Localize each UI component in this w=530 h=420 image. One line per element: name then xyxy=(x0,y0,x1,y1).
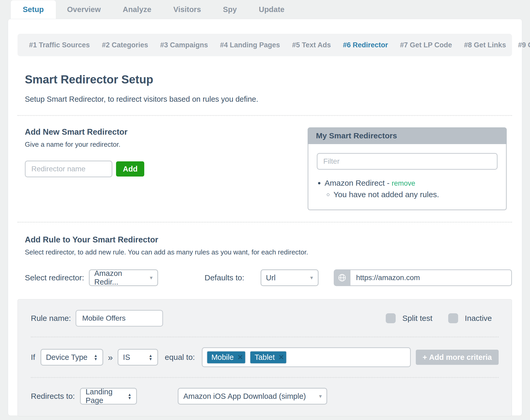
add-new-redirector-section: Add New Smart Redirector Give a name for… xyxy=(25,127,308,210)
criteria-values-input[interactable]: Mobile ✕ Tablet ✕ xyxy=(202,347,411,367)
redirector-select-value: Amazon Redir... xyxy=(94,269,146,286)
split-test-label: Split test xyxy=(402,314,433,323)
rule-name-row: Rule name: Split test Inactive xyxy=(31,310,499,327)
top-section: Add New Smart Redirector Give a name for… xyxy=(25,127,512,210)
step-campaigns[interactable]: #3 Campaigns xyxy=(160,41,208,49)
tab-update[interactable]: Update xyxy=(248,0,295,19)
tab-overview[interactable]: Overview xyxy=(56,0,112,19)
url-addon xyxy=(334,269,350,286)
rule-flags: Split test Inactive xyxy=(386,313,492,323)
double-chevron-icon: » xyxy=(108,352,113,362)
rule-divider xyxy=(31,337,499,337)
operator-value: IS xyxy=(123,353,130,362)
separator: - xyxy=(385,179,392,187)
split-test-check: Split test xyxy=(386,313,433,323)
step-get-links[interactable]: #8 Get Links xyxy=(464,41,506,49)
no-rules-note: You have not added any rules. xyxy=(333,190,498,199)
operator-select[interactable]: IS ▲▼ xyxy=(118,349,158,366)
tag-label: Mobile xyxy=(211,353,234,362)
step-get-lp-code[interactable]: #7 Get LP Code xyxy=(400,41,452,49)
redirect-type-value: Landing Page xyxy=(85,388,124,405)
redirector-rules-sublist: You have not added any rules. xyxy=(333,190,498,199)
redirector-list: Amazon Redirect - remove You have not ad… xyxy=(325,179,498,199)
add-new-hint: Give a name for your redirector. xyxy=(25,140,308,149)
filter-input[interactable] xyxy=(317,153,498,170)
section-divider xyxy=(18,222,512,223)
plus-icon: + xyxy=(423,353,427,361)
criteria-field-select[interactable]: Device Type ▲▼ xyxy=(41,349,103,366)
equal-to-label: equal to: xyxy=(165,353,195,362)
if-label: If xyxy=(31,353,35,362)
panel-header: My Smart Redirectors xyxy=(308,127,507,144)
add-rule-section-head: Add Rule to Your Smart Redirector Select… xyxy=(25,235,512,256)
step-redirector[interactable]: #6 Redirector xyxy=(343,41,388,49)
redirect-type-select[interactable]: Landing Page ▲▼ xyxy=(80,388,137,405)
default-url-input[interactable] xyxy=(350,269,512,286)
defaults-to-label: Defaults to: xyxy=(205,273,244,282)
remove-tag-icon[interactable]: ✕ xyxy=(278,353,284,361)
panel-title: My Smart Redirectors xyxy=(316,131,397,140)
redirect-target-value: Amazon iOS App Download (simple) xyxy=(183,392,306,401)
rule-panel: Rule name: Split test Inactive If Device… xyxy=(18,299,512,416)
step-get-postback-pixel[interactable]: #9 Get Postback/Pixel xyxy=(518,41,530,49)
rule-divider xyxy=(31,377,499,378)
chevron-down-icon: ▾ xyxy=(319,393,322,399)
add-more-criteria-button[interactable]: +Add more criteria xyxy=(416,350,499,365)
add-rule-hint: Select redirector, to add new rule. You … xyxy=(25,248,512,256)
updown-arrows-icon: ▲▼ xyxy=(128,393,132,400)
step-categories[interactable]: #2 Categories xyxy=(102,41,148,49)
tab-spy[interactable]: Spy xyxy=(212,0,248,19)
panel-body: Amazon Redirect - remove You have not ad… xyxy=(308,144,507,210)
inactive-check: Inactive xyxy=(448,313,492,323)
criteria-field-value: Device Type xyxy=(46,353,88,362)
tag-tablet: Tablet ✕ xyxy=(250,351,287,364)
remove-redirector-link[interactable]: remove xyxy=(392,179,415,187)
updown-arrows-icon: ▲▼ xyxy=(94,354,98,361)
step-nav: #1 Traffic Sources #2 Categories #3 Camp… xyxy=(18,34,512,56)
tab-setup[interactable]: Setup xyxy=(10,0,56,19)
section-divider xyxy=(18,115,512,116)
updown-arrows-icon: ▲▼ xyxy=(149,354,153,361)
redirect-target-select[interactable]: Amazon iOS App Download (simple) ▾ xyxy=(178,388,327,405)
split-test-checkbox[interactable] xyxy=(386,313,396,323)
my-smart-redirectors-panel: My Smart Redirectors Amazon Redirect - r… xyxy=(308,127,507,210)
rule-select-row: Select redirector: Amazon Redir... ▾ Def… xyxy=(25,269,512,286)
add-new-form-row: Add xyxy=(25,161,308,177)
globe-icon xyxy=(338,273,347,282)
step-text-ads[interactable]: #5 Text Ads xyxy=(292,41,331,49)
step-traffic-sources[interactable]: #1 Traffic Sources xyxy=(29,41,90,49)
redirector-select[interactable]: Amazon Redir... ▾ xyxy=(89,269,158,286)
redirect-row: Redirects to: Landing Page ▲▼ Amazon iOS… xyxy=(31,388,499,405)
default-type-select[interactable]: Url ▾ xyxy=(261,269,319,286)
redirector-name-input[interactable] xyxy=(25,161,112,177)
remove-tag-icon[interactable]: ✕ xyxy=(237,353,243,361)
tag-mobile: Mobile ✕ xyxy=(207,351,246,364)
setup-card: #1 Traffic Sources #2 Categories #3 Camp… xyxy=(8,19,522,416)
default-url-group xyxy=(334,269,512,286)
add-new-heading: Add New Smart Redirector xyxy=(25,127,308,137)
redirector-list-item: Amazon Redirect - remove You have not ad… xyxy=(325,179,498,199)
tag-label: Tablet xyxy=(255,353,275,362)
inactive-checkbox[interactable] xyxy=(448,313,458,323)
rule-name-input[interactable] xyxy=(76,310,163,327)
chevron-down-icon: ▾ xyxy=(150,275,153,281)
step-landing-pages[interactable]: #4 Landing Pages xyxy=(220,41,280,49)
add-rule-heading: Add Rule to Your Smart Redirector xyxy=(25,235,512,245)
select-redirector-label: Select redirector: xyxy=(25,273,84,282)
page-title: Smart Redirector Setup xyxy=(25,73,512,86)
tab-analyze[interactable]: Analyze xyxy=(112,0,163,19)
page-subtitle: Setup Smart Redirector, to redirect visi… xyxy=(25,95,512,104)
inactive-label: Inactive xyxy=(465,314,492,323)
chevron-down-icon: ▾ xyxy=(310,275,313,281)
add-redirector-button[interactable]: Add xyxy=(116,161,144,177)
criteria-row: If Device Type ▲▼ » IS ▲▼ equal to: Mobi… xyxy=(31,347,499,367)
default-type-select-value: Url xyxy=(266,274,276,282)
tab-visitors[interactable]: Visitors xyxy=(162,0,212,19)
redirects-to-label: Redirects to: xyxy=(31,392,75,401)
redirector-name: Amazon Redirect xyxy=(325,179,385,187)
main-tab-bar: Setup Overview Analyze Visitors Spy Upda… xyxy=(0,0,530,19)
rule-name-label: Rule name: xyxy=(31,314,71,323)
